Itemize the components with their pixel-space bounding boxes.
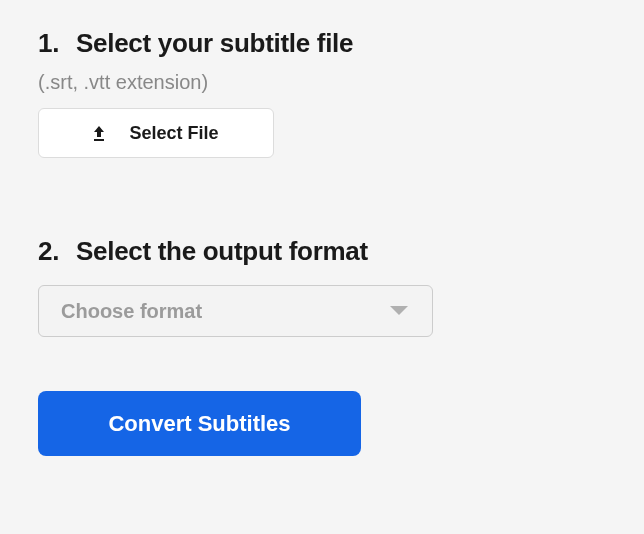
upload-icon [91, 125, 107, 141]
select-file-button[interactable]: Select File [38, 108, 274, 158]
file-extension-hint: (.srt, .vtt extension) [38, 71, 606, 94]
convert-label: Convert Subtitles [108, 411, 290, 437]
convert-subtitles-button[interactable]: Convert Subtitles [38, 391, 361, 456]
step-2-title: Select the output format [76, 236, 368, 266]
step-2-heading: 2. Select the output format [38, 236, 606, 267]
step-1-number: 1. [38, 28, 59, 58]
step-1-section: 1. Select your subtitle file (.srt, .vtt… [38, 28, 606, 158]
format-select[interactable]: Choose format [38, 285, 433, 337]
step-1-heading: 1. Select your subtitle file [38, 28, 606, 59]
select-file-label: Select File [129, 123, 218, 144]
step-1-title: Select your subtitle file [76, 28, 353, 58]
step-2-section: 2. Select the output format Choose forma… [38, 236, 606, 337]
svg-rect-0 [94, 139, 104, 141]
chevron-down-icon [388, 304, 410, 318]
step-2-number: 2. [38, 236, 59, 266]
format-placeholder: Choose format [61, 300, 202, 323]
